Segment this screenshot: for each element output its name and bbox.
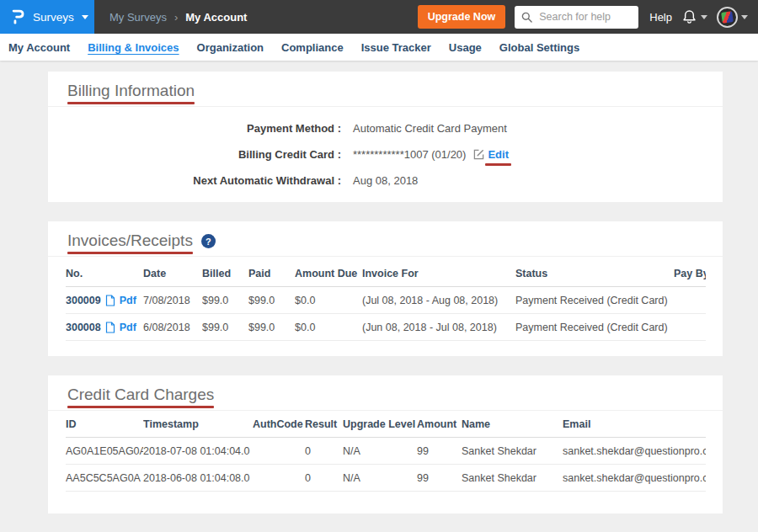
billing-credit-card-value: ************1007 (01/20): [353, 148, 466, 161]
credit-card-charges-header: Credit Card Charges: [48, 375, 723, 411]
charge-timestamp: 2018-07-08 01:04:04.0: [143, 438, 253, 465]
help-icon[interactable]: ?: [201, 234, 216, 248]
payment-method-value: Automatic Credit Card Payment: [353, 122, 507, 135]
charge-upgrade-level: N/A: [343, 438, 417, 465]
red-annotation-underline: [67, 406, 214, 408]
invoice-row: 300009 Pdf 7/08/2018 $99.0 $99.0 $0.: [66, 287, 706, 314]
charge-result: 0: [305, 465, 343, 492]
invoices-header-row: No. Date Billed Paid Amount Due Invoice …: [66, 260, 706, 287]
invoice-for: (Jul 08, 2018 - Aug 08, 2018): [362, 287, 515, 314]
invoice-for: (Jun 08, 2018 - Jul 08, 2018): [362, 314, 515, 341]
pdf-file-icon: [105, 295, 115, 306]
charge-email: sanket.shekdar@questionpro.com: [563, 438, 706, 465]
col-invoice-for: Invoice For: [362, 260, 515, 287]
charge-amount: 99: [417, 465, 462, 492]
product-name: Surveys: [33, 11, 74, 24]
col-paid: Paid: [248, 260, 295, 287]
invoice-status: Payment Received (Credit Card): [515, 287, 674, 314]
next-withdrawal-value: Aug 08, 2018: [353, 174, 418, 187]
invoices-receipts-title: Invoices/Receipts: [67, 231, 193, 249]
tab-compliance[interactable]: Compliance: [281, 41, 344, 54]
credit-card-charges-title: Credit Card Charges: [67, 386, 214, 403]
billing-information-title: Billing Information: [67, 82, 195, 99]
edit-card-button[interactable]: Edit: [473, 148, 509, 161]
payment-method-label: Payment Method :: [48, 122, 341, 135]
invoice-billed: $99.0: [202, 287, 248, 314]
col-result: Result: [305, 411, 343, 438]
invoice-number-link[interactable]: 300008: [66, 322, 101, 333]
charge-authcode: [253, 465, 305, 492]
header-actions: Upgrade Now Help: [418, 5, 748, 29]
charge-upgrade-level: N/A: [343, 465, 417, 492]
breadcrumb: My Surveys › My Account: [109, 11, 247, 24]
col-status: Status: [515, 260, 674, 287]
col-name: Name: [462, 411, 563, 438]
invoice-amount-due: $0.0: [295, 314, 362, 341]
invoice-pay-by: [674, 287, 706, 314]
main-content: Billing Information Payment Method : Aut…: [0, 61, 758, 513]
charge-timestamp: 2018-06-08 01:04:08.0: [143, 465, 253, 492]
charge-name: Sanket Shekdar: [462, 438, 563, 465]
tab-usage[interactable]: Usage: [449, 41, 482, 54]
account-nav-tabs: My Account Billing & Invoices Organizati…: [0, 34, 758, 61]
invoice-date: 6/08/2018: [143, 314, 202, 341]
charge-id: AA5C5C5AG0A: [66, 465, 143, 492]
red-annotation-underline: [67, 102, 195, 104]
col-no: No.: [66, 260, 143, 287]
questionpro-logo-icon: [11, 7, 25, 27]
breadcrumb-parent[interactable]: My Surveys: [109, 11, 167, 24]
billing-credit-card-row: Billing Credit Card : ************1007 (…: [48, 141, 723, 168]
pdf-link[interactable]: Pdf: [120, 295, 136, 306]
charges-header-row: ID Timestamp AuthCode Result Upgrade Lev…: [66, 411, 706, 438]
charge-authcode: [253, 438, 305, 465]
invoice-paid: $99.0: [248, 287, 295, 314]
notifications-button[interactable]: [681, 8, 707, 26]
charge-row: AG0A1E05AG0A 2018-07-08 01:04:04.0 0 N/A…: [66, 438, 706, 465]
charge-result: 0: [305, 438, 343, 465]
tab-global-settings[interactable]: Global Settings: [499, 41, 579, 54]
help-link[interactable]: Help: [649, 11, 672, 24]
billing-information-header: Billing Information: [48, 72, 723, 107]
bell-icon: [681, 8, 697, 26]
tab-my-account[interactable]: My Account: [8, 41, 70, 54]
account-menu[interactable]: [717, 7, 748, 28]
invoice-number-link[interactable]: 300009: [66, 295, 101, 306]
red-annotation-underline: [485, 163, 511, 166]
pdf-link[interactable]: Pdf: [120, 322, 136, 333]
product-switcher[interactable]: Surveys: [0, 0, 94, 34]
breadcrumb-current: My Account: [185, 11, 247, 24]
help-search-box[interactable]: [515, 6, 638, 29]
col-timestamp: Timestamp: [143, 411, 253, 438]
edit-link-label: Edit: [488, 148, 509, 161]
invoices-receipts-card: Invoices/Receipts ? No. Date Billed Paid: [48, 221, 723, 356]
upgrade-now-button[interactable]: Upgrade Now: [418, 5, 506, 29]
chevron-down-icon: [82, 15, 88, 19]
chevron-down-icon: [701, 15, 707, 19]
next-withdrawal-label: Next Automatic Withdrawal :: [48, 174, 341, 187]
breadcrumb-separator-icon: ›: [174, 11, 178, 24]
next-withdrawal-row: Next Automatic Withdrawal : Aug 08, 2018: [48, 168, 723, 194]
col-amount: Amount: [417, 411, 462, 438]
invoice-pay-by: [674, 314, 706, 341]
col-email: Email: [563, 411, 706, 438]
invoice-date: 7/08/2018: [143, 287, 202, 314]
billing-information-card: Billing Information Payment Method : Aut…: [48, 72, 723, 202]
chevron-down-icon: [741, 15, 748, 19]
credit-card-charges-card: Credit Card Charges ID Timestamp AuthCod…: [48, 375, 723, 513]
tab-organization[interactable]: Organization: [197, 41, 264, 54]
col-id: ID: [66, 411, 143, 438]
charge-name: Sanket Shekdar: [462, 465, 563, 492]
invoice-status: Payment Received (Credit Card): [515, 314, 674, 341]
invoices-receipts-header: Invoices/Receipts ?: [48, 221, 723, 257]
search-icon: [521, 12, 532, 23]
col-date: Date: [143, 260, 202, 287]
col-authcode: AuthCode: [253, 411, 305, 438]
avatar: [717, 7, 738, 28]
tab-billing-invoices[interactable]: Billing & Invoices: [88, 41, 179, 54]
charge-row: AA5C5C5AG0A 2018-06-08 01:04:08.0 0 N/A …: [66, 465, 706, 492]
tab-issue-tracker[interactable]: Issue Tracker: [361, 41, 431, 54]
billing-info-rows: Payment Method : Automatic Credit Card P…: [48, 107, 723, 202]
charge-amount: 99: [417, 438, 462, 465]
search-input[interactable]: [537, 10, 632, 24]
invoices-table: No. Date Billed Paid Amount Due Invoice …: [66, 260, 706, 341]
